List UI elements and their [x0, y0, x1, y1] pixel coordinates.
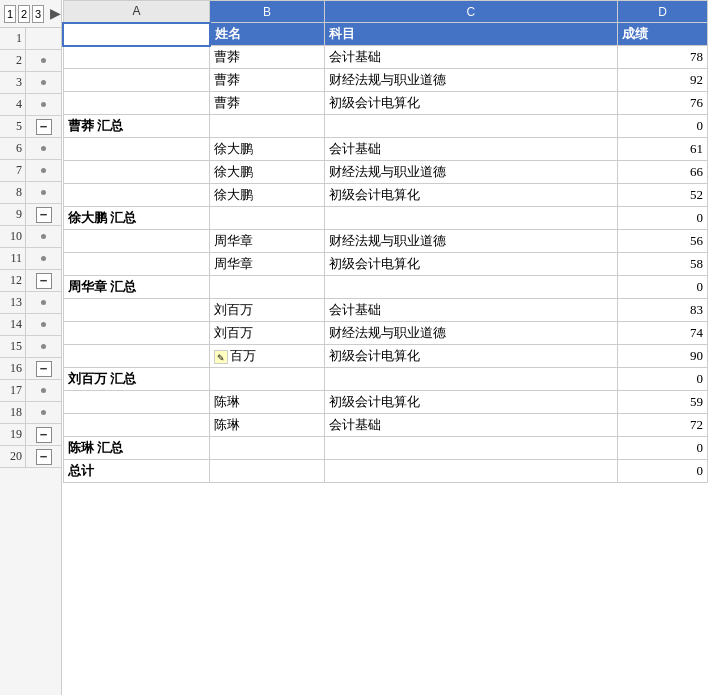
cell-a7[interactable]	[63, 161, 210, 184]
col-header-c[interactable]: C	[324, 1, 618, 23]
cell-d8[interactable]: 52	[618, 184, 708, 207]
outline-8	[26, 190, 61, 195]
cell-b15[interactable]: ✎百万	[210, 345, 324, 368]
cell-c19[interactable]	[324, 437, 618, 460]
cell-d11[interactable]: 58	[618, 253, 708, 276]
cell-b9[interactable]	[210, 207, 324, 230]
cell-b16[interactable]	[210, 368, 324, 391]
cell-a20[interactable]: 总计	[63, 460, 210, 483]
cell-d17[interactable]: 59	[618, 391, 708, 414]
cell-c17[interactable]: 初级会计电算化	[324, 391, 618, 414]
cell-d18[interactable]: 72	[618, 414, 708, 437]
cell-c3[interactable]: 财经法规与职业道德	[324, 69, 618, 92]
cell-b4[interactable]: 曹莽	[210, 92, 324, 115]
cell-d15[interactable]: 90	[618, 345, 708, 368]
cell-c7[interactable]: 财经法规与职业道德	[324, 161, 618, 184]
cell-a13[interactable]	[63, 299, 210, 322]
row-line-18: 18	[0, 402, 61, 424]
cell-b18[interactable]: 陈琳	[210, 414, 324, 437]
cell-a3[interactable]	[63, 69, 210, 92]
collapse-btn-12[interactable]: −	[36, 273, 52, 289]
level-2-button[interactable]: 2	[18, 5, 30, 23]
row-line-7: 7	[0, 160, 61, 182]
cell-d4[interactable]: 76	[618, 92, 708, 115]
col-header-d[interactable]: D	[618, 1, 708, 23]
collapse-btn-20[interactable]: −	[36, 449, 52, 465]
cell-b19[interactable]	[210, 437, 324, 460]
cell-c11[interactable]: 初级会计电算化	[324, 253, 618, 276]
cell-a5[interactable]: 曹莽 汇总	[63, 115, 210, 138]
cell-d3[interactable]: 92	[618, 69, 708, 92]
col-header-b[interactable]: B	[210, 1, 324, 23]
cell-a14[interactable]	[63, 322, 210, 345]
cell-b2[interactable]: 曹莽	[210, 46, 324, 69]
outline-19: −	[26, 427, 61, 443]
cell-a8[interactable]	[63, 184, 210, 207]
cell-b17[interactable]: 陈琳	[210, 391, 324, 414]
cell-d6[interactable]: 61	[618, 138, 708, 161]
cell-d20[interactable]: 0	[618, 460, 708, 483]
cell-c2[interactable]: 会计基础	[324, 46, 618, 69]
cell-b14[interactable]: 刘百万	[210, 322, 324, 345]
cell-b1[interactable]: 姓名	[210, 23, 324, 46]
cell-b12[interactable]	[210, 276, 324, 299]
cell-c8[interactable]: 初级会计电算化	[324, 184, 618, 207]
cell-b13[interactable]: 刘百万	[210, 299, 324, 322]
collapse-btn-16[interactable]: −	[36, 361, 52, 377]
cell-d10[interactable]: 56	[618, 230, 708, 253]
row-num-20: 20	[0, 446, 26, 467]
cell-c15[interactable]: 初级会计电算化	[324, 345, 618, 368]
cell-a12[interactable]: 周华章 汇总	[63, 276, 210, 299]
cell-c6[interactable]: 会计基础	[324, 138, 618, 161]
cell-a10[interactable]	[63, 230, 210, 253]
cell-c20[interactable]	[324, 460, 618, 483]
cell-c18[interactable]: 会计基础	[324, 414, 618, 437]
cell-d12[interactable]: 0	[618, 276, 708, 299]
cell-d5[interactable]: 0	[618, 115, 708, 138]
cell-a9[interactable]: 徐大鹏 汇总	[63, 207, 210, 230]
cell-a11[interactable]	[63, 253, 210, 276]
cell-b20[interactable]	[210, 460, 324, 483]
cell-d7[interactable]: 66	[618, 161, 708, 184]
cell-d1[interactable]: 成绩	[618, 23, 708, 46]
cell-c1[interactable]: 科目	[324, 23, 618, 46]
cell-b11[interactable]: 周华章	[210, 253, 324, 276]
cell-c13[interactable]: 会计基础	[324, 299, 618, 322]
cell-d2[interactable]: 78	[618, 46, 708, 69]
cell-a18[interactable]	[63, 414, 210, 437]
cell-a19[interactable]: 陈琳 汇总	[63, 437, 210, 460]
cell-c14[interactable]: 财经法规与职业道德	[324, 322, 618, 345]
cell-b7[interactable]: 徐大鹏	[210, 161, 324, 184]
cell-b3[interactable]: 曹莽	[210, 69, 324, 92]
collapse-btn-5[interactable]: −	[36, 119, 52, 135]
col-header-a[interactable]: A	[63, 1, 210, 23]
collapse-btn-9[interactable]: −	[36, 207, 52, 223]
cell-a1[interactable]	[63, 23, 210, 46]
cell-c12[interactable]	[324, 276, 618, 299]
cell-c9[interactable]	[324, 207, 618, 230]
cell-a2[interactable]	[63, 46, 210, 69]
cell-c4[interactable]: 初级会计电算化	[324, 92, 618, 115]
level-1-button[interactable]: 1	[4, 5, 16, 23]
cell-d13[interactable]: 83	[618, 299, 708, 322]
cell-b5[interactable]	[210, 115, 324, 138]
collapse-btn-19[interactable]: −	[36, 427, 52, 443]
outline-18	[26, 410, 61, 415]
cell-c5[interactable]	[324, 115, 618, 138]
cell-d9[interactable]: 0	[618, 207, 708, 230]
cell-b8[interactable]: 徐大鹏	[210, 184, 324, 207]
cell-c16[interactable]	[324, 368, 618, 391]
cell-c10[interactable]: 财经法规与职业道德	[324, 230, 618, 253]
cell-a16[interactable]: 刘百万 汇总	[63, 368, 210, 391]
level-3-button[interactable]: 3	[32, 5, 44, 23]
cell-b10[interactable]: 周华章	[210, 230, 324, 253]
cell-d14[interactable]: 74	[618, 322, 708, 345]
cell-b6[interactable]: 徐大鹏	[210, 138, 324, 161]
row-num-19: 19	[0, 424, 26, 445]
cell-a4[interactable]	[63, 92, 210, 115]
cell-d19[interactable]: 0	[618, 437, 708, 460]
cell-d16[interactable]: 0	[618, 368, 708, 391]
cell-a15[interactable]	[63, 345, 210, 368]
cell-a6[interactable]	[63, 138, 210, 161]
cell-a17[interactable]	[63, 391, 210, 414]
